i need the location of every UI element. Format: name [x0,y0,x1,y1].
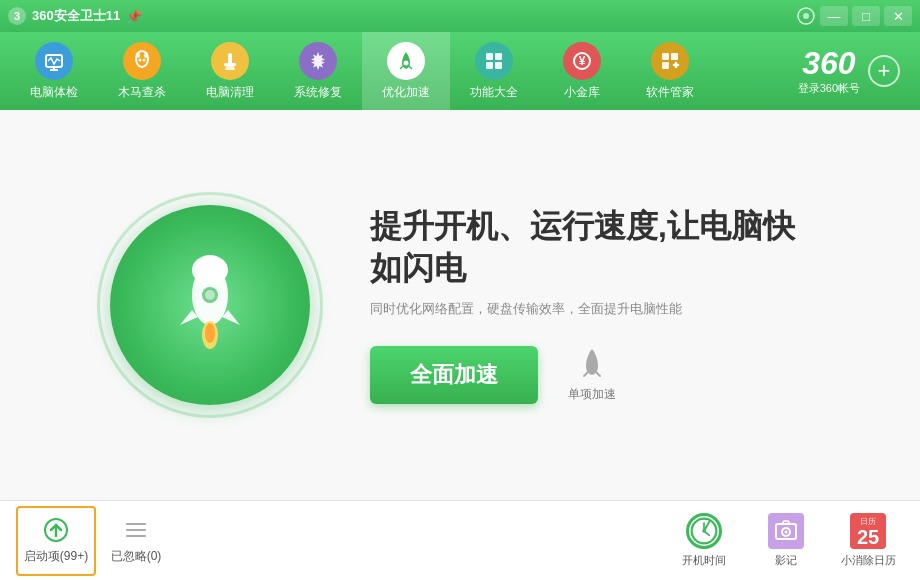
titlebar-controls: — □ ✕ [796,6,912,26]
close-button[interactable]: ✕ [884,6,912,26]
action-buttons: 全面加速 单项加速 [370,346,810,404]
muma-icon [123,42,161,80]
nav-item-ruanjian[interactable]: 软件管家 [626,32,714,110]
jiankang-label: 电脑体检 [30,84,78,101]
nav-item-gongneng[interactable]: 功能大全 [450,32,538,110]
gongneng-icon [475,42,513,80]
startup-label: 启动项(99+) [24,548,88,565]
muma-label: 木马查杀 [118,84,166,101]
ignored-item[interactable]: 已忽略(0) [96,506,176,576]
svg-point-31 [205,323,215,343]
nav-item-xiufu[interactable]: 系统修复 [274,32,362,110]
nav-item-jiasu[interactable]: 优化加速 [362,32,450,110]
svg-rect-20 [495,62,502,69]
svg-point-3 [803,13,809,19]
startup-icon [42,516,70,544]
titlebar: 3 360安全卫士11 📌 — □ ✕ [0,0,920,32]
boot-time-label: 开机时间 [682,553,726,568]
content-right: 提升开机、运行速度,让电脑快如闪电 同时优化网络配置，硬盘传输效率，全面提升电脑… [370,206,810,403]
nav-item-jiankang[interactable]: 电脑体检 [10,32,98,110]
svg-line-16 [409,66,412,69]
maximize-button[interactable]: □ [852,6,880,26]
main-content: 提升开机、运行速度,让电脑快如闪电 同时优化网络配置，硬盘传输效率，全面提升电脑… [0,110,920,500]
logo-360: 360 [798,47,860,79]
svg-point-30 [202,321,218,349]
svg-text:3: 3 [14,10,20,22]
svg-rect-23 [662,53,669,60]
bottom-right-items: 开机时间 影记 日历 25 小消除日历 [668,507,904,575]
jiankang-icon [35,42,73,80]
svg-point-29 [205,290,215,300]
boot-time-item[interactable]: 开机时间 [668,507,740,575]
rocket-svg [160,245,260,365]
full-boost-button[interactable]: 全面加速 [370,346,538,404]
main-title: 提升开机、运行速度,让电脑快如闪电 [370,206,810,289]
ruanjian-icon [651,42,689,80]
svg-rect-25 [662,62,669,69]
ignored-icon [122,516,150,544]
qingli-icon [211,42,249,80]
jinku-label: 小金库 [564,84,600,101]
ignored-label: 已忽略(0) [111,548,162,565]
settings-icon[interactable] [796,6,816,26]
svg-rect-13 [224,63,236,66]
main-subtitle: 同时优化网络配置，硬盘传输效率，全面提升电脑性能 [370,300,810,318]
xiufu-icon [299,42,337,80]
daily-item[interactable]: 日历 25 小消除日历 [832,507,904,575]
bottombar: 启动项(99+) 已忽略(0) 开机时间 [0,500,920,580]
jiasu-label: 优化加速 [382,84,430,101]
svg-point-40 [702,529,706,533]
photo-label: 影记 [775,553,797,568]
app-title: 360安全卫士11 [32,7,120,25]
pin-icon[interactable]: 📌 [126,9,142,24]
svg-rect-19 [486,62,493,69]
svg-point-10 [139,58,142,61]
svg-point-11 [143,58,146,61]
svg-point-26 [192,265,228,325]
titlebar-left: 3 360安全卫士11 📌 [8,7,142,25]
svg-line-15 [400,66,403,69]
clock-icon [686,513,722,549]
app-logo-icon: 3 [8,7,26,25]
login-label: 登录360帐号 [798,81,860,96]
logo-area: 360 登录360帐号 + [798,47,900,96]
clock-svg [689,514,719,548]
svg-point-43 [785,531,788,534]
gongneng-label: 功能大全 [470,84,518,101]
svg-point-14 [404,60,409,65]
svg-rect-17 [486,53,493,60]
svg-text:¥: ¥ [579,54,586,68]
navbar: 电脑体检 木马查杀 电脑清理 [0,32,920,110]
single-boost-button[interactable]: 单项加速 [568,346,616,403]
nav-item-muma[interactable]: 木马查杀 [98,32,186,110]
login-button[interactable]: + [868,55,900,87]
calendar-icon: 日历 25 [850,513,886,549]
rocket-animation [110,205,310,405]
photo-item[interactable]: 影记 [750,507,822,575]
svg-point-27 [192,255,228,285]
startup-item[interactable]: 启动项(99+) [16,506,96,576]
single-boost-icon [574,346,610,382]
calendar-date: 25 [857,527,879,547]
svg-point-28 [202,287,218,303]
svg-rect-18 [495,53,502,60]
svg-rect-24 [671,53,678,60]
nav-item-qingli[interactable]: 电脑清理 [186,32,274,110]
minimize-button[interactable]: — [820,6,848,26]
daily-label: 小消除日历 [841,553,896,568]
ruanjian-label: 软件管家 [646,84,694,101]
qingli-label: 电脑清理 [206,84,254,101]
single-boost-label: 单项加速 [568,386,616,403]
nav-item-jinku[interactable]: ¥ 小金库 [538,32,626,110]
jiasu-icon [387,42,425,80]
xiufu-label: 系统修复 [294,84,342,101]
jinku-icon: ¥ [563,42,601,80]
photo-icon [768,513,804,549]
